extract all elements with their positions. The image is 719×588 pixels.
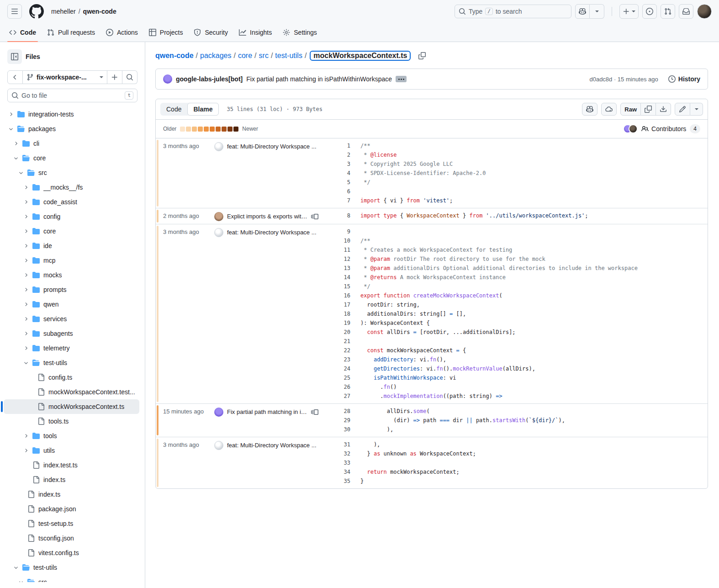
chevron-right-icon[interactable] xyxy=(23,331,29,336)
line-number[interactable]: 13 xyxy=(335,265,360,271)
inbox-button[interactable] xyxy=(679,4,693,19)
chevron-down-icon[interactable] xyxy=(13,565,19,570)
tab-code[interactable]: Code xyxy=(160,103,187,116)
tree-item-ide[interactable]: ide xyxy=(4,238,139,253)
tree-item-config.ts[interactable]: config.ts xyxy=(4,370,139,385)
line-number[interactable]: 26 xyxy=(335,384,360,390)
tree-item-test-utils[interactable]: test-utils xyxy=(4,560,139,575)
contributor-avatars[interactable] xyxy=(623,124,638,133)
chevron-right-icon[interactable] xyxy=(23,228,29,234)
tab-security[interactable]: Security xyxy=(190,23,232,42)
chevron-down-icon[interactable] xyxy=(18,170,24,175)
line-number[interactable]: 29 xyxy=(335,417,360,424)
tree-item-mcp[interactable]: mcp xyxy=(4,253,139,268)
blame-commit-message[interactable]: Fix partial path matching in is... xyxy=(227,408,307,415)
blame-commit-message[interactable]: feat: Multi-Directory Workspace ... xyxy=(227,441,318,449)
tree-item-mocks[interactable]: mocks xyxy=(4,268,139,282)
tab-actions[interactable]: Actions xyxy=(102,23,142,42)
view-blame-prior-icon[interactable] xyxy=(311,408,318,416)
pull-requests-button[interactable] xyxy=(661,4,675,19)
line-number[interactable]: 16 xyxy=(335,292,360,299)
tree-item-prompts[interactable]: prompts xyxy=(4,282,139,297)
chevron-right-icon[interactable] xyxy=(23,258,29,263)
blame-commit-avatar[interactable] xyxy=(214,441,223,450)
line-number[interactable]: 18 xyxy=(335,311,360,317)
chevron-right-icon[interactable] xyxy=(23,214,29,219)
chevron-right-icon[interactable] xyxy=(23,272,29,278)
line-number[interactable]: 25 xyxy=(335,375,360,381)
tree-item-package.json[interactable]: package.json xyxy=(4,502,139,516)
tree-item-index.ts[interactable]: index.ts xyxy=(4,487,139,502)
breadcrumb-current-file[interactable]: mockWorkspaceContext.ts xyxy=(310,51,411,61)
line-number[interactable]: 4 xyxy=(335,170,360,176)
tab-insights[interactable]: Insights xyxy=(235,23,275,42)
chevron-down-icon[interactable] xyxy=(23,360,29,366)
tree-item-src[interactable]: src xyxy=(4,165,139,180)
tree-item-tsconfig.json[interactable]: tsconfig.json xyxy=(4,531,139,546)
tree-item-core[interactable]: core xyxy=(4,224,139,238)
breadcrumb-segment-core[interactable]: core xyxy=(238,52,252,60)
breadcrumb-segment-packages[interactable]: packages xyxy=(200,52,232,60)
tree-item-services[interactable]: services xyxy=(4,312,139,326)
line-number[interactable]: 24 xyxy=(335,366,360,372)
line-number[interactable]: 11 xyxy=(335,247,360,253)
chevron-right-icon[interactable] xyxy=(23,199,29,205)
tree-item-cli[interactable]: cli xyxy=(4,136,139,151)
line-number[interactable]: 15 xyxy=(335,283,360,290)
breadcrumb-user[interactable]: meheller xyxy=(51,8,76,15)
line-number[interactable]: 31 xyxy=(335,441,360,448)
commit-author-avatar[interactable] xyxy=(163,74,172,84)
line-number[interactable]: 17 xyxy=(335,302,360,308)
commit-author[interactable]: google-labs-jules[bot] xyxy=(176,75,243,83)
tree-item-test-setup.ts[interactable]: test-setup.ts xyxy=(4,516,139,531)
copilot-file-button[interactable] xyxy=(582,103,597,116)
create-new-button[interactable] xyxy=(619,4,639,19)
line-number[interactable]: 8 xyxy=(335,212,360,219)
user-avatar[interactable] xyxy=(697,4,712,19)
breadcrumb-repo[interactable]: qwen-code xyxy=(83,8,116,15)
tab-code[interactable]: Code xyxy=(5,23,40,42)
chevron-right-icon[interactable] xyxy=(23,243,29,249)
line-number[interactable]: 22 xyxy=(335,347,360,354)
line-number[interactable]: 32 xyxy=(335,450,360,457)
line-number[interactable]: 19 xyxy=(335,320,360,326)
hamburger-menu-button[interactable] xyxy=(7,4,22,19)
tree-item-code_assist[interactable]: code_assist xyxy=(4,195,139,209)
download-button[interactable] xyxy=(656,103,671,116)
contributor-avatar[interactable] xyxy=(629,124,638,133)
line-number[interactable]: 9 xyxy=(335,228,360,235)
copilot-chevron-button[interactable] xyxy=(590,4,604,19)
tree-item-index.ts[interactable]: index.ts xyxy=(4,472,139,487)
chevron-right-icon[interactable] xyxy=(23,185,29,190)
github-logo[interactable] xyxy=(29,4,44,19)
go-to-file-input[interactable]: Go to file t xyxy=(7,89,137,102)
tree-item-__mocks__-fs[interactable]: __mocks__/fs xyxy=(4,180,139,195)
chevron-down-icon[interactable] xyxy=(13,155,19,161)
edit-dropdown-button[interactable] xyxy=(690,103,703,116)
line-number[interactable]: 28 xyxy=(335,408,360,414)
line-number[interactable]: 21 xyxy=(335,338,360,344)
copy-raw-button[interactable] xyxy=(641,103,656,116)
blame-commit-avatar[interactable] xyxy=(214,228,223,237)
tree-item-vitest.config.ts[interactable]: vitest.config.ts xyxy=(4,546,139,560)
chevron-right-icon[interactable] xyxy=(23,287,29,292)
blame-commit-message[interactable]: feat: Multi-Directory Workspace ... xyxy=(227,228,318,236)
collapse-sidebar-button[interactable] xyxy=(7,49,22,64)
line-number[interactable]: 33 xyxy=(335,460,360,466)
tree-item-test-utils[interactable]: test-utils xyxy=(4,355,139,370)
tree-item-integration-tests[interactable]: integration-tests xyxy=(4,107,139,122)
breadcrumb-segment-qwen-code[interactable]: qwen-code xyxy=(155,52,194,60)
breadcrumb-segment-src[interactable]: src xyxy=(259,52,269,60)
tab-settings[interactable]: Settings xyxy=(279,23,321,42)
chevron-right-icon[interactable] xyxy=(13,141,19,146)
line-number[interactable]: 7 xyxy=(335,197,360,204)
copy-path-button[interactable] xyxy=(416,49,428,62)
blame-commit-avatar[interactable] xyxy=(214,212,223,221)
tab-blame[interactable]: Blame xyxy=(187,103,218,116)
line-number[interactable]: 34 xyxy=(335,469,360,475)
tab-pull-requests[interactable]: Pull requests xyxy=(43,23,99,42)
line-number[interactable]: 5 xyxy=(335,179,360,185)
contributors-link[interactable]: Contributors xyxy=(641,125,686,132)
line-number[interactable]: 10 xyxy=(335,238,360,244)
line-number[interactable]: 14 xyxy=(335,274,360,281)
